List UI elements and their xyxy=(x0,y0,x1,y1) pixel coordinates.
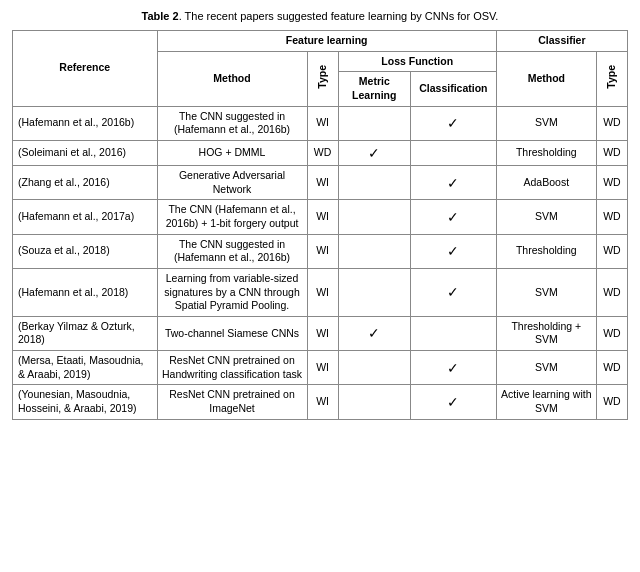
header-classifier: Classifier xyxy=(496,31,627,52)
cell-method-cl: Thresholding xyxy=(496,140,596,165)
cell-method-cl: Thresholding + SVM xyxy=(496,316,596,350)
cell-type-cl: WD xyxy=(596,106,627,140)
table-row: (Zhang et al., 2016)Generative Adversari… xyxy=(13,166,628,200)
cell-classification xyxy=(410,140,496,165)
cell-reference: (Hafemann et al., 2016b) xyxy=(13,106,158,140)
cell-classification: ✓ xyxy=(410,351,496,385)
header-loss-function: Loss Function xyxy=(338,51,496,72)
cell-method-cl: Thresholding xyxy=(496,234,596,268)
header-feature-learning: Feature learning xyxy=(157,31,496,52)
header-metric-learning: Metric Learning xyxy=(338,72,410,106)
header-method-fl: Method xyxy=(157,51,307,106)
cell-method-cl: SVM xyxy=(496,351,596,385)
table-row: (Hafemann et al., 2018)Learning from var… xyxy=(13,268,628,316)
cell-reference: (Hafemann et al., 2018) xyxy=(13,268,158,316)
cell-type-fl: WI xyxy=(307,385,338,419)
cell-metric xyxy=(338,234,410,268)
cell-type-cl: WD xyxy=(596,200,627,234)
cell-method: ResNet CNN pretrained on ImageNet xyxy=(157,385,307,419)
table-row: (Hafemann et al., 2017a)The CNN (Hafeman… xyxy=(13,200,628,234)
cell-classification: ✓ xyxy=(410,234,496,268)
cell-type-cl: WD xyxy=(596,351,627,385)
cell-type-fl: WI xyxy=(307,351,338,385)
cell-method-cl: Active learning with SVM xyxy=(496,385,596,419)
cell-reference: (Souza et al., 2018) xyxy=(13,234,158,268)
cell-method-cl: SVM xyxy=(496,268,596,316)
cell-classification: ✓ xyxy=(410,106,496,140)
cell-method: Generative Adversarial Network xyxy=(157,166,307,200)
header-method-cl: Method xyxy=(496,51,596,106)
cell-type-fl: WI xyxy=(307,268,338,316)
cell-method: The CNN (Hafemann et al., 2016b) + 1-bit… xyxy=(157,200,307,234)
cell-method-cl: AdaBoost xyxy=(496,166,596,200)
cell-classification: ✓ xyxy=(410,268,496,316)
cell-type-cl: WD xyxy=(596,140,627,165)
cell-type-cl: WD xyxy=(596,234,627,268)
table-caption: Table 2. The recent papers suggested fea… xyxy=(12,10,628,22)
header-type-fl: Type xyxy=(307,51,338,106)
cell-method: Learning from variable-sized signatures … xyxy=(157,268,307,316)
table-row: (Mersa, Etaati, Masoudnia, & Araabi, 201… xyxy=(13,351,628,385)
cell-classification xyxy=(410,316,496,350)
cell-method: The CNN suggested in (Hafemann et al., 2… xyxy=(157,234,307,268)
main-table: Reference Feature learning Classifier Me… xyxy=(12,30,628,420)
cell-method-cl: SVM xyxy=(496,200,596,234)
cell-type-fl: WI xyxy=(307,166,338,200)
cell-metric xyxy=(338,351,410,385)
cell-reference: (Zhang et al., 2016) xyxy=(13,166,158,200)
cell-type-fl: WI xyxy=(307,316,338,350)
cell-metric: ✓ xyxy=(338,140,410,165)
cell-metric xyxy=(338,166,410,200)
cell-method: HOG + DMML xyxy=(157,140,307,165)
cell-method: ResNet CNN pretrained on Handwriting cla… xyxy=(157,351,307,385)
header-classification: Classification xyxy=(410,72,496,106)
cell-type-fl: WI xyxy=(307,106,338,140)
cell-reference: (Soleimani et al., 2016) xyxy=(13,140,158,165)
cell-type-cl: WD xyxy=(596,316,627,350)
cell-method: The CNN suggested in (Hafemann et al., 2… xyxy=(157,106,307,140)
cell-type-fl: WI xyxy=(307,200,338,234)
cell-metric xyxy=(338,268,410,316)
cell-metric xyxy=(338,106,410,140)
cell-reference: (Berkay Yilmaz & Ozturk, 2018) xyxy=(13,316,158,350)
cell-type-fl: WD xyxy=(307,140,338,165)
table-row: (Berkay Yilmaz & Ozturk, 2018)Two-channe… xyxy=(13,316,628,350)
cell-classification: ✓ xyxy=(410,385,496,419)
cell-reference: (Hafemann et al., 2017a) xyxy=(13,200,158,234)
cell-metric xyxy=(338,200,410,234)
cell-classification: ✓ xyxy=(410,200,496,234)
header-reference: Reference xyxy=(13,31,158,107)
cell-method-cl: SVM xyxy=(496,106,596,140)
table-row: (Younesian, Masoudnia, Hosseini, & Araab… xyxy=(13,385,628,419)
cell-reference: (Younesian, Masoudnia, Hosseini, & Araab… xyxy=(13,385,158,419)
table-row: (Hafemann et al., 2016b)The CNN suggeste… xyxy=(13,106,628,140)
header-type-cl: Type xyxy=(596,51,627,106)
table-row: (Souza et al., 2018)The CNN suggested in… xyxy=(13,234,628,268)
cell-metric xyxy=(338,385,410,419)
cell-method: Two-channel Siamese CNNs xyxy=(157,316,307,350)
cell-classification: ✓ xyxy=(410,166,496,200)
cell-type-cl: WD xyxy=(596,385,627,419)
cell-reference: (Mersa, Etaati, Masoudnia, & Araabi, 201… xyxy=(13,351,158,385)
cell-type-fl: WI xyxy=(307,234,338,268)
table-row: (Soleimani et al., 2016)HOG + DMMLWD✓Thr… xyxy=(13,140,628,165)
cell-type-cl: WD xyxy=(596,268,627,316)
cell-type-cl: WD xyxy=(596,166,627,200)
cell-metric: ✓ xyxy=(338,316,410,350)
